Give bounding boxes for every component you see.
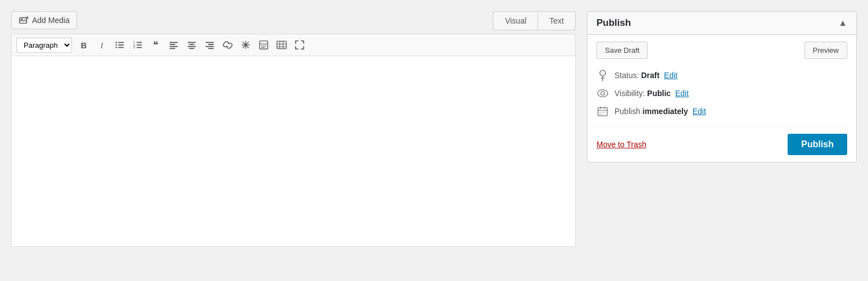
add-media-label: Add Media (32, 16, 70, 25)
publish-button[interactable]: Publish (788, 134, 847, 155)
paragraph-select[interactable]: Paragraph Heading 1 Heading 2 Heading 3 (16, 38, 72, 53)
fullscreen-icon (295, 40, 305, 50)
align-right-button[interactable] (201, 37, 218, 53)
publish-box: Publish ▲ Save Draft Preview (587, 11, 857, 162)
svg-point-45 (602, 80, 603, 81)
svg-point-32 (245, 44, 247, 46)
publish-box-header: Publish ▲ (587, 12, 856, 35)
align-left-icon (169, 40, 179, 50)
align-right-icon (205, 40, 215, 50)
status-row: Status: Draft Edit (596, 69, 847, 81)
more-button[interactable] (237, 37, 254, 53)
preview-button[interactable]: Preview (804, 42, 847, 59)
visibility-icon (596, 87, 609, 99)
publish-box-collapse-button[interactable]: ▲ (838, 18, 847, 28)
ol-button[interactable]: 1. 2. 3. (129, 37, 146, 53)
visibility-row: Visibility: Public Edit (596, 87, 847, 99)
link-icon (223, 40, 233, 50)
publish-time-value: immediately (643, 107, 688, 116)
sidebar: Publish ▲ Save Draft Preview (587, 11, 857, 270)
italic-button[interactable]: I (93, 37, 110, 53)
editor-toolbar: Paragraph Heading 1 Heading 2 Heading 3 … (11, 34, 576, 56)
media-icon (19, 15, 29, 25)
ul-button[interactable] (111, 37, 128, 53)
ol-icon: 1. 2. 3. (133, 40, 143, 50)
link-button[interactable] (219, 37, 236, 53)
svg-point-4 (115, 42, 117, 43)
publish-time-text: Publish immediately Edit (614, 107, 706, 116)
publish-time-edit-link[interactable]: Edit (693, 107, 706, 116)
visibility-value: Public (647, 89, 671, 98)
svg-point-5 (115, 44, 117, 46)
svg-point-47 (601, 92, 604, 95)
align-center-icon (187, 40, 197, 50)
svg-rect-33 (260, 41, 268, 49)
tab-text[interactable]: Text (537, 11, 576, 30)
toggle-toolbar-icon (259, 40, 269, 50)
status-value: Draft (641, 71, 659, 80)
svg-point-6 (115, 47, 117, 48)
table-button[interactable] (273, 37, 290, 53)
editor-content[interactable] (11, 56, 576, 247)
align-center-button[interactable] (183, 37, 200, 53)
add-media-button[interactable]: Add Media (11, 11, 77, 29)
ul-icon (115, 40, 125, 50)
status-text: Status: Draft Edit (614, 71, 677, 80)
publish-time-label: Publish (614, 107, 640, 116)
align-left-button[interactable] (165, 37, 182, 53)
save-draft-button[interactable]: Save Draft (596, 42, 648, 59)
visibility-edit-link[interactable]: Edit (675, 89, 689, 98)
svg-rect-37 (277, 41, 287, 48)
publish-box-title: Publish (596, 17, 631, 29)
publish-time-icon (596, 105, 609, 117)
fullscreen-button[interactable] (291, 37, 308, 53)
blockquote-button[interactable]: ❝ (147, 37, 164, 53)
publish-footer: Move to Trash Publish (596, 126, 847, 155)
move-to-trash-button[interactable]: Move to Trash (596, 140, 647, 149)
status-edit-link[interactable]: Edit (664, 71, 677, 80)
view-tabs: Visual Text (493, 11, 576, 30)
publish-time-row: Publish immediately Edit (596, 105, 847, 117)
tab-visual[interactable]: Visual (493, 11, 537, 30)
visibility-text: Visibility: Public Edit (614, 89, 689, 98)
publish-meta: Status: Draft Edit (596, 67, 847, 117)
svg-text:3.: 3. (133, 46, 135, 49)
more-icon (241, 40, 251, 50)
visibility-label: Visibility: (614, 89, 645, 98)
toggle-toolbar-button[interactable] (255, 37, 272, 53)
publish-actions: Save Draft Preview (596, 42, 847, 59)
status-label: Status: (614, 71, 639, 80)
svg-point-42 (600, 70, 605, 76)
publish-box-body: Save Draft Preview (587, 35, 856, 162)
status-icon (596, 69, 609, 81)
svg-point-46 (598, 90, 608, 97)
table-icon (276, 40, 287, 50)
bold-button[interactable]: B (75, 37, 92, 53)
